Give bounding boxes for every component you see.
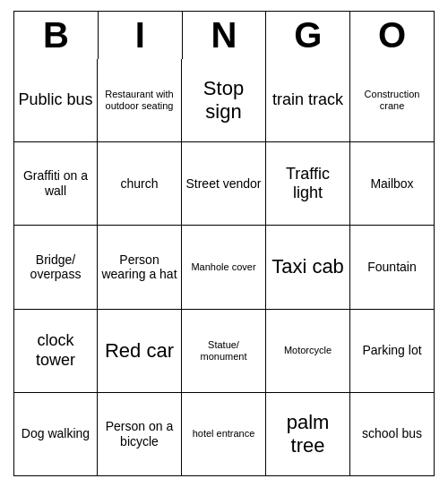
bingo-cell-2[interactable]: Stop sign [182, 59, 266, 142]
bingo-cell-7[interactable]: Street vendor [182, 142, 266, 226]
bingo-cell-14[interactable]: Fountain [350, 226, 435, 309]
bingo-cell-17[interactable]: Statue/ monument [182, 310, 266, 393]
bingo-cell-22[interactable]: hotel entrance [182, 393, 266, 476]
header-n: N [183, 12, 267, 59]
bingo-cell-0[interactable]: Public bus [13, 59, 98, 142]
bingo-cell-9[interactable]: Mailbox [350, 142, 435, 226]
header-o: O [350, 12, 434, 59]
bingo-cell-24[interactable]: school bus [350, 393, 435, 476]
bingo-card: B I N G O Public busRestaurant with outd… [13, 11, 435, 476]
bingo-cell-13[interactable]: Taxi cab [266, 226, 350, 309]
bingo-cell-11[interactable]: Person wearing a hat [98, 226, 182, 309]
bingo-cell-1[interactable]: Restaurant with outdoor seating [98, 59, 182, 142]
bingo-grid: Public busRestaurant with outdoor seatin… [13, 59, 435, 476]
bingo-cell-23[interactable]: palm tree [266, 393, 350, 476]
header-i: I [99, 12, 183, 59]
bingo-cell-8[interactable]: Traffic light [266, 142, 350, 226]
bingo-cell-5[interactable]: Graffiti on a wall [13, 142, 98, 226]
bingo-cell-15[interactable]: clock tower [13, 310, 98, 393]
bingo-cell-6[interactable]: church [98, 142, 182, 226]
bingo-cell-4[interactable]: Construction crane [350, 59, 435, 142]
bingo-cell-10[interactable]: Bridge/ overpass [13, 226, 98, 309]
bingo-cell-20[interactable]: Dog walking [13, 393, 98, 476]
bingo-cell-18[interactable]: Motorcycle [266, 310, 350, 393]
bingo-cell-3[interactable]: train track [266, 59, 350, 142]
bingo-header: B I N G O [13, 11, 435, 59]
header-b: B [14, 12, 99, 59]
bingo-cell-19[interactable]: Parking lot [350, 310, 435, 393]
bingo-cell-16[interactable]: Red car [98, 310, 182, 393]
header-g: G [266, 12, 350, 59]
bingo-cell-12[interactable]: Manhole cover [182, 226, 266, 309]
bingo-cell-21[interactable]: Person on a bicycle [98, 393, 182, 476]
